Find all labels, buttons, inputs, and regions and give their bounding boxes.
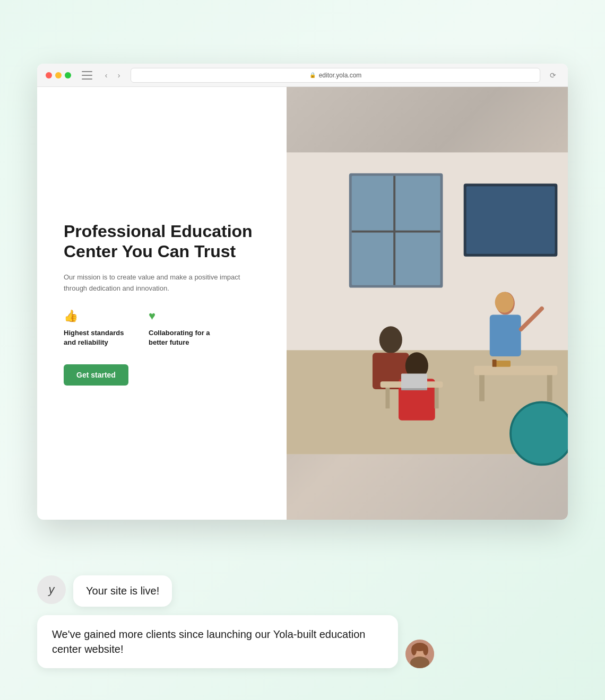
features-row: 👍 Highest standards and reliability ♥ Co… xyxy=(64,309,260,347)
svg-rect-24 xyxy=(479,375,485,401)
close-button[interactable] xyxy=(46,72,52,78)
svg-rect-26 xyxy=(495,361,511,367)
address-bar[interactable]: 🔒 editor.yola.com xyxy=(131,68,540,83)
chat-section: y Your site is live! We've gained more c… xyxy=(37,575,552,668)
feature-2-label: Collaborating for a better future xyxy=(149,328,212,347)
traffic-lights xyxy=(46,72,71,78)
testimonial-bubble: We've gained more clients since launchin… xyxy=(37,615,398,668)
svg-rect-5 xyxy=(352,231,440,233)
feature-item-2: ♥ Collaborating for a better future xyxy=(149,309,212,347)
browser-window: ‹ › 🔒 editor.yola.com ⟳ Professional Edu… xyxy=(37,64,568,520)
user-avatar xyxy=(405,640,434,668)
svg-rect-7 xyxy=(466,186,555,254)
maximize-button[interactable] xyxy=(65,72,71,78)
feature-item-1: 👍 Highest standards and reliability xyxy=(64,309,127,347)
hero-left-panel: Professional Education Center You Can Tr… xyxy=(37,87,287,520)
lock-icon: 🔒 xyxy=(309,72,316,78)
heart-icon: ♥ xyxy=(149,309,212,323)
svg-rect-20 xyxy=(401,388,427,390)
svg-rect-17 xyxy=(385,388,390,408)
hero-subtitle: Our mission is to create value and make … xyxy=(64,272,260,294)
notification-bubble: Your site is live! xyxy=(73,575,172,607)
forward-button[interactable]: › xyxy=(114,70,124,81)
testimonial-text: We've gained more clients since launchin… xyxy=(52,628,366,655)
svg-point-34 xyxy=(423,645,428,655)
svg-rect-9 xyxy=(490,315,521,357)
back-button[interactable]: ‹ xyxy=(101,70,111,81)
hero-title: Professional Education Center You Can Tr… xyxy=(64,221,260,262)
svg-rect-27 xyxy=(492,360,497,367)
url-text: editor.yola.com xyxy=(319,72,362,79)
notification-text: Your site is live! xyxy=(86,585,159,597)
classroom-image xyxy=(287,87,568,520)
chat-bubble-sent: We've gained more clients since launchin… xyxy=(37,615,552,668)
svg-rect-18 xyxy=(435,388,439,408)
svg-rect-25 xyxy=(547,375,552,401)
yola-logo-avatar: y xyxy=(37,575,66,604)
svg-point-33 xyxy=(411,645,417,655)
nav-buttons: ‹ › xyxy=(101,70,124,81)
svg-rect-23 xyxy=(474,366,557,375)
svg-point-11 xyxy=(495,292,514,312)
sidebar-toggle-icon[interactable] xyxy=(82,71,92,80)
chat-bubble-received: y Your site is live! xyxy=(37,575,552,607)
thumbsup-icon: 👍 xyxy=(64,309,127,323)
reload-button[interactable]: ⟳ xyxy=(547,69,559,82)
minimize-button[interactable] xyxy=(55,72,62,78)
svg-rect-19 xyxy=(401,374,427,389)
browser-chrome: ‹ › 🔒 editor.yola.com ⟳ xyxy=(37,64,568,87)
feature-1-label: Highest standards and reliability xyxy=(64,328,127,347)
hero-right-panel xyxy=(287,87,568,520)
get-started-button[interactable]: Get started xyxy=(64,364,128,386)
svg-point-12 xyxy=(379,326,402,353)
website-content: Professional Education Center You Can Tr… xyxy=(37,87,568,520)
